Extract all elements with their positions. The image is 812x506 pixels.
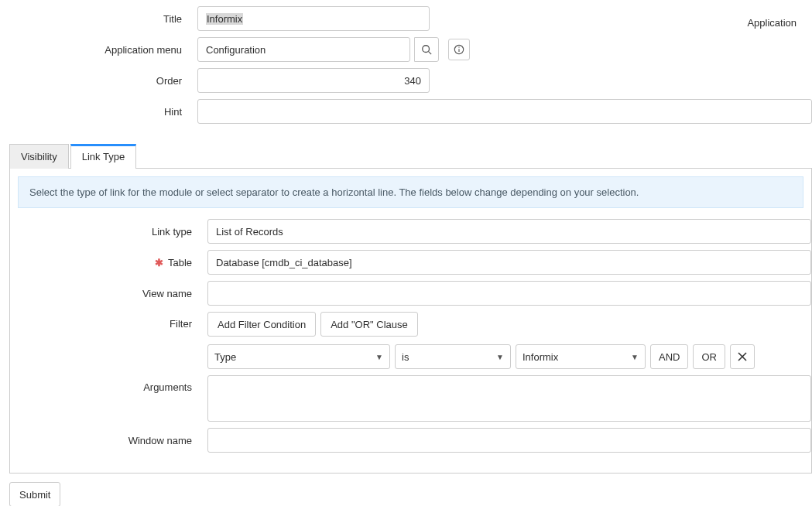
submit-button[interactable]: Submit — [9, 482, 60, 506]
table-label: ✱Table — [10, 257, 207, 268]
filter-field-select[interactable]: Type ▼ — [207, 344, 390, 369]
view-name-input[interactable] — [207, 281, 811, 306]
view-name-label: View name — [10, 288, 207, 299]
application-menu-lookup[interactable] — [414, 37, 439, 62]
svg-point-0 — [423, 46, 430, 53]
link-type-input[interactable] — [207, 219, 811, 244]
chevron-down-icon: ▼ — [375, 353, 383, 361]
application-label: Application — [747, 17, 797, 29]
filter-operator-select[interactable]: is ▼ — [395, 344, 511, 369]
tab-visibility[interactable]: Visibility — [9, 144, 69, 169]
title-input[interactable]: Informix — [197, 6, 430, 31]
table-input[interactable] — [207, 250, 811, 275]
filter-label: Filter — [10, 312, 207, 330]
application-menu-label: Application menu — [0, 44, 197, 56]
chevron-down-icon: ▼ — [496, 353, 504, 361]
close-icon — [738, 352, 747, 361]
filter-remove-button[interactable] — [730, 344, 755, 369]
window-name-input[interactable] — [207, 428, 811, 453]
order-input[interactable] — [197, 68, 430, 93]
add-or-clause-button[interactable]: Add "OR" Clause — [320, 312, 418, 337]
application-menu-input[interactable] — [197, 37, 410, 62]
title-label: Title — [0, 13, 197, 25]
search-icon — [421, 44, 432, 55]
filter-or-button[interactable]: OR — [693, 344, 725, 369]
svg-point-4 — [458, 46, 459, 47]
required-icon: ✱ — [155, 257, 163, 268]
arguments-input[interactable] — [207, 375, 811, 422]
info-icon — [454, 44, 464, 55]
filter-and-button[interactable]: AND — [650, 344, 688, 369]
tab-link-type[interactable]: Link Type — [70, 144, 136, 169]
order-label: Order — [0, 75, 197, 87]
hint-label: Hint — [0, 106, 197, 118]
hint-input[interactable] — [197, 99, 812, 124]
arguments-label: Arguments — [10, 375, 207, 393]
svg-line-1 — [429, 52, 432, 55]
application-menu-info[interactable] — [448, 39, 470, 60]
link-type-label: Link type — [10, 226, 207, 238]
add-filter-condition-button[interactable]: Add Filter Condition — [207, 312, 316, 337]
window-name-label: Window name — [10, 435, 207, 446]
chevron-down-icon: ▼ — [631, 353, 639, 361]
link-type-info-banner: Select the type of link for the module o… — [18, 176, 803, 208]
filter-value-select[interactable]: Informix ▼ — [516, 344, 646, 369]
